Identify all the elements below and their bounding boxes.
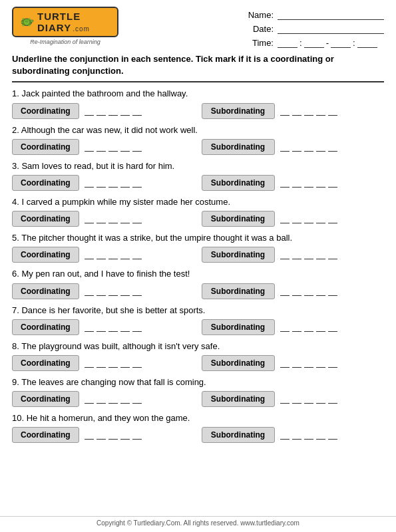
answer-row-1: CoordinatingSubordinating: [12, 103, 384, 119]
dash-group-left-6: [85, 287, 142, 296]
subordinating-button-10[interactable]: Subordinating: [202, 427, 275, 443]
time-seg-3[interactable]: [331, 37, 351, 48]
dash-group-left-5: [85, 250, 142, 259]
dash-right-10-3: [316, 430, 325, 440]
dash-right-8-4: [328, 358, 337, 368]
right-side-6: Subordinating: [202, 283, 385, 299]
dash-left-8-1: [97, 358, 106, 368]
dash-group-left-10: [85, 430, 142, 440]
dash-left-2-3: [120, 142, 130, 152]
subordinating-button-9[interactable]: Subordinating: [202, 391, 275, 407]
dash-group-left-8: [85, 358, 142, 368]
answer-row-10: CoordinatingSubordinating: [12, 427, 384, 443]
dash-left-6-3: [120, 287, 130, 296]
time-seg-4[interactable]: [357, 37, 377, 48]
answer-row-7: CoordinatingSubordinating: [12, 319, 384, 335]
coordinating-button-1[interactable]: Coordinating: [12, 103, 79, 119]
dash-left-10-4: [132, 430, 142, 440]
coordinating-button-7[interactable]: Coordinating: [12, 319, 79, 335]
dash-left-4-2: [108, 214, 118, 223]
dash-left-10-1: [97, 430, 106, 440]
coordinating-button-3[interactable]: Coordinating: [12, 175, 79, 191]
dash-right-1-4: [328, 106, 337, 116]
coordinating-button-8[interactable]: Coordinating: [12, 355, 79, 371]
dash-left-4-4: [132, 214, 142, 223]
subordinating-button-2[interactable]: Subordinating: [202, 139, 275, 155]
dash-left-5-4: [132, 250, 142, 259]
question-4: 4. I carved a pumpkin while my sister ma…: [12, 196, 384, 227]
dash-left-1-1: [97, 106, 106, 116]
questions-container: 1. Jack painted the bathroom and the hal…: [12, 88, 384, 443]
question-3: 3. Sam loves to read, but it is hard for…: [12, 160, 384, 191]
time-seg-1[interactable]: [278, 37, 297, 48]
dash-right-9-1: [292, 394, 301, 404]
dash-right-5-3: [316, 250, 325, 259]
dash-right-4-2: [304, 214, 313, 223]
subordinating-button-8[interactable]: Subordinating: [202, 355, 275, 371]
subordinating-button-1[interactable]: Subordinating: [202, 103, 275, 119]
time-seg-2[interactable]: [304, 37, 324, 48]
coordinating-button-9[interactable]: Coordinating: [12, 391, 79, 407]
dash-left-6-1: [97, 287, 106, 296]
dash-group-left-4: [85, 214, 142, 223]
logo-tagline: Re-Imagination of learning: [30, 39, 100, 45]
dash-left-2-4: [132, 142, 142, 152]
dash-group-left-7: [85, 323, 142, 332]
dash-right-10-4: [328, 430, 337, 440]
logo-box: TURTLE DIARY.com: [12, 7, 118, 37]
answer-row-4: CoordinatingSubordinating: [12, 211, 384, 227]
dash-left-8-2: [108, 358, 118, 368]
dash-right-2-0: [280, 142, 290, 152]
dash-right-5-2: [304, 250, 313, 259]
dash-right-8-0: [280, 358, 290, 368]
question-text-3: 3. Sam loves to read, but it is hard for…: [12, 160, 384, 172]
right-side-5: Subordinating: [202, 247, 385, 263]
coordinating-button-4[interactable]: Coordinating: [12, 211, 79, 227]
dash-right-1-3: [316, 106, 325, 116]
right-side-10: Subordinating: [202, 427, 385, 443]
logo-com: .com: [73, 25, 90, 33]
coordinating-button-2[interactable]: Coordinating: [12, 139, 79, 155]
left-side-7: Coordinating: [12, 319, 195, 335]
time-input-group: : - :: [278, 37, 377, 48]
dash-left-1-2: [108, 106, 118, 116]
answer-row-8: CoordinatingSubordinating: [12, 355, 384, 371]
dash-left-5-1: [97, 250, 106, 259]
dash-right-4-3: [316, 214, 325, 223]
dash-right-7-4: [328, 323, 337, 332]
svg-point-9: [21, 21, 23, 23]
dash-group-right-3: [280, 178, 337, 188]
name-input[interactable]: [278, 9, 384, 20]
question-text-2: 2. Although the car was new, it did not …: [12, 124, 384, 136]
dash-left-3-4: [132, 178, 142, 188]
question-text-9: 9. The leaves are changing now that fall…: [12, 376, 384, 388]
dash-right-3-3: [316, 178, 325, 188]
dash-right-2-1: [292, 142, 301, 152]
name-field-row: Name:: [244, 9, 384, 20]
coordinating-button-6[interactable]: Coordinating: [12, 283, 79, 299]
svg-point-3: [30, 20, 33, 23]
question-1: 1. Jack painted the bathroom and the hal…: [12, 88, 384, 118]
subordinating-button-4[interactable]: Subordinating: [202, 211, 275, 227]
dash-left-8-3: [120, 358, 130, 368]
question-text-5: 5. The pitcher thought it was a strike, …: [12, 232, 384, 244]
dash-left-4-3: [120, 214, 130, 223]
dash-left-9-3: [120, 394, 130, 404]
dash-left-4-0: [85, 214, 94, 223]
question-8: 8. The playground was built, although it…: [12, 340, 384, 371]
date-input[interactable]: [278, 23, 384, 34]
dash-left-1-3: [120, 106, 130, 116]
subordinating-button-5[interactable]: Subordinating: [202, 247, 275, 263]
subordinating-button-3[interactable]: Subordinating: [202, 175, 275, 191]
dash-left-9-1: [97, 394, 106, 404]
dash-right-3-0: [280, 178, 290, 188]
dash-left-6-2: [108, 287, 118, 296]
coordinating-button-10[interactable]: Coordinating: [12, 427, 79, 443]
dash-right-1-2: [304, 106, 313, 116]
dash-group-left-2: [85, 142, 142, 152]
subordinating-button-6[interactable]: Subordinating: [202, 283, 275, 299]
subordinating-button-7[interactable]: Subordinating: [202, 319, 275, 335]
coordinating-button-5[interactable]: Coordinating: [12, 247, 79, 263]
dash-group-left-9: [85, 394, 142, 404]
dash-left-5-3: [120, 250, 130, 259]
